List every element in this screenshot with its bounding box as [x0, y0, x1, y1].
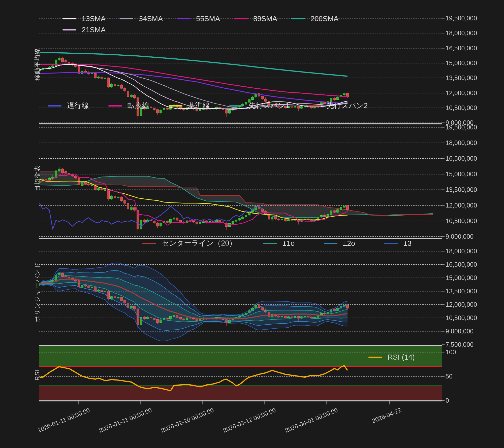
multi-panel-stock-chart: 移動平均線 一目均衡表 ボリンジャーバンド RSI 13SMA34SMA55SM…: [0, 0, 504, 448]
chart-canvas: [0, 0, 504, 448]
